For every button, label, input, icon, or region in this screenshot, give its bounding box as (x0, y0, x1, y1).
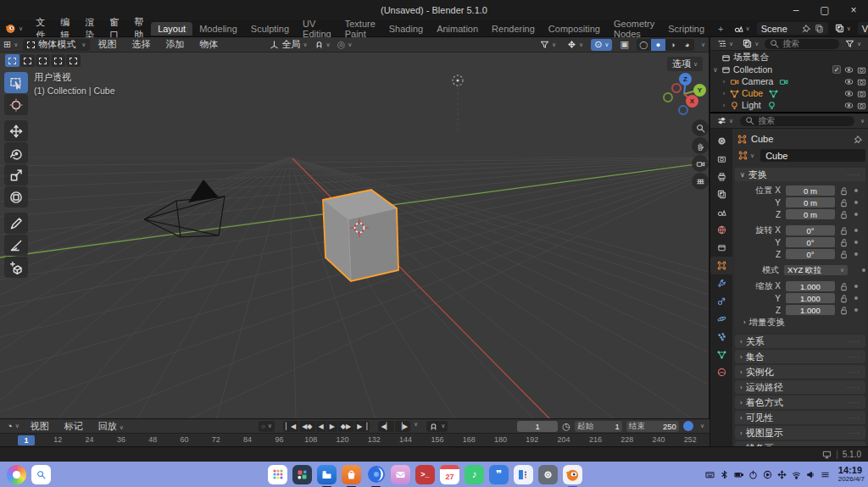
animate-dot[interactable] (854, 241, 858, 244)
shading-rendered-icon[interactable]: ◕ (680, 39, 694, 51)
music-icon[interactable]: ♪ (465, 465, 484, 484)
gizmo-axis-y[interactable]: Y (693, 84, 706, 97)
location-z-field[interactable]: 0 m (786, 209, 835, 219)
rotation-z-field[interactable]: 0° (786, 249, 835, 259)
rotation-x-field[interactable]: 0° (786, 225, 835, 235)
desktop-search-icon[interactable] (31, 465, 51, 484)
play-reverse-button[interactable]: ◀ (316, 421, 326, 432)
play-circle-icon[interactable] (763, 470, 772, 479)
cube-object[interactable] (323, 190, 398, 281)
lock-icon[interactable] (839, 294, 849, 303)
lock-icon[interactable] (839, 306, 849, 315)
step-back-button[interactable]: ◀▏ (378, 421, 393, 432)
animate-dot[interactable] (854, 285, 858, 288)
launcher-icon[interactable] (7, 465, 26, 484)
panel-visibility[interactable]: ›可见性···· (735, 411, 865, 424)
tool-add-cube-icon[interactable] (4, 257, 28, 278)
tab-world[interactable] (710, 221, 732, 239)
workspace-tab-sculpting[interactable]: Sculpting (244, 22, 296, 36)
viewport-menu-view[interactable]: 视图 (90, 38, 124, 51)
tab-output[interactable] (710, 168, 732, 185)
tray-expand-icon[interactable] (821, 470, 830, 479)
view-layer-selector[interactable]: ViewLayer (858, 22, 868, 35)
expand-caret-icon[interactable]: ∨ (712, 66, 719, 74)
outliner-editor-type-icon[interactable]: ∨ (714, 39, 737, 48)
step-forward-button[interactable]: ▕▶ (395, 421, 410, 432)
viewport-menu-object[interactable]: 物体 (192, 38, 225, 51)
file-manager-icon[interactable] (317, 465, 337, 484)
timeline-menu-view[interactable]: 视图 (23, 420, 57, 433)
rotation-y-field[interactable]: 0° (786, 237, 835, 247)
workspace-tab-layout[interactable]: Layout (151, 22, 192, 36)
editor-type-icon[interactable]: ⊞∨ (0, 40, 21, 49)
light-object[interactable] (453, 75, 463, 134)
disable-render-icon[interactable] (857, 101, 866, 110)
scene-icon[interactable]: ∨ (731, 24, 754, 33)
tab-object[interactable] (710, 257, 732, 274)
hide-eye-icon[interactable] (844, 65, 854, 75)
panel-relations[interactable]: ›关系···· (735, 335, 865, 348)
tab-modifiers[interactable] (710, 274, 732, 292)
app-grid-icon[interactable] (268, 465, 287, 484)
new-scene-icon[interactable] (815, 24, 824, 33)
widgets-icon[interactable] (292, 465, 312, 484)
lock-icon[interactable] (839, 250, 849, 259)
animate-dot[interactable] (854, 308, 858, 312)
disable-render-icon[interactable] (857, 89, 866, 98)
prev-keyframe-button[interactable]: ◀◆ (299, 421, 314, 432)
tab-tool[interactable] (710, 132, 732, 150)
tab-constraints[interactable] (710, 292, 732, 310)
lock-icon[interactable] (839, 226, 849, 235)
tool-cursor-icon[interactable] (4, 94, 28, 115)
animate-dot[interactable] (862, 268, 865, 272)
tool-rotate-icon[interactable] (4, 142, 28, 163)
minimize-button[interactable]: – (782, 0, 810, 20)
next-keyframe-button[interactable]: ◆▶ (338, 421, 353, 432)
tool-annotate-icon[interactable] (4, 213, 28, 234)
panel-shading[interactable]: ›着色方式···· (735, 396, 865, 409)
scale-y-field[interactable]: 1.000 (786, 293, 835, 303)
select-extend-variant-icon[interactable] (20, 54, 35, 67)
outliner-scene-collection-row[interactable]: 场景集合 (712, 52, 866, 64)
pin-icon[interactable] (802, 24, 811, 33)
overlays-toggle-icon[interactable]: ⊙∨ (591, 39, 612, 51)
viewport-canvas[interactable]: 用户透视 (1) Collection | Cube 选项∨ (0, 53, 709, 418)
collection-checkbox[interactable]: ✓ (832, 65, 841, 74)
proportional-editing-icon[interactable]: ◎∨ (334, 40, 356, 49)
scale-x-field[interactable]: 1.000 (786, 281, 835, 291)
frame-end-field[interactable]: 结束250 (626, 421, 679, 432)
select-subtract-variant-icon[interactable] (36, 54, 50, 67)
lock-icon[interactable] (839, 198, 849, 208)
wifi-icon[interactable] (792, 470, 801, 479)
outliner-collection-row[interactable]: ∨ Collection ✓ (712, 64, 866, 75)
workspace-tab-modeling[interactable]: Modeling (192, 22, 244, 36)
view-layer-icon[interactable]: ∨ (832, 24, 854, 33)
lock-icon[interactable] (839, 210, 849, 219)
timeline-menu-playback[interactable]: 回放∨ (91, 420, 131, 433)
timeline-editor-type-icon[interactable]: ◔∨ (0, 422, 23, 431)
panel-collections[interactable]: ›集合···· (735, 350, 865, 363)
clock[interactable]: 14:19 2026/4/7 (835, 466, 865, 483)
blender-icon[interactable] (563, 465, 582, 484)
tab-object-data[interactable] (710, 346, 732, 363)
hide-eye-icon[interactable] (844, 77, 854, 86)
select-invert-variant-icon[interactable] (51, 54, 65, 67)
disable-render-icon[interactable] (857, 77, 866, 86)
animate-dot[interactable] (854, 213, 858, 216)
tab-collection[interactable] (710, 239, 732, 257)
timeline-menu-marker[interactable]: 标记 (57, 420, 91, 433)
tab-material[interactable] (710, 363, 732, 381)
shading-material-icon[interactable]: ◑ (665, 39, 680, 51)
playhead-current-frame[interactable]: 1 (18, 435, 35, 445)
mode-dropdown[interactable]: 物体模式 ∨ (23, 39, 90, 51)
animate-dot[interactable] (854, 252, 858, 256)
animate-dot[interactable] (854, 201, 858, 204)
transform-orientation-dropdown[interactable]: 全局∨ (266, 38, 310, 51)
properties-search-input[interactable]: 搜索 (740, 116, 854, 126)
pin-id-icon[interactable] (854, 135, 863, 144)
tab-render[interactable] (710, 150, 732, 168)
timeline-ruler[interactable]: 1122436486072849610812013214415616818019… (0, 433, 709, 446)
panel-viewport-display[interactable]: ›视图显示···· (735, 426, 865, 440)
maximize-button[interactable]: ▢ (810, 0, 839, 20)
camera-view-icon[interactable] (692, 155, 709, 172)
